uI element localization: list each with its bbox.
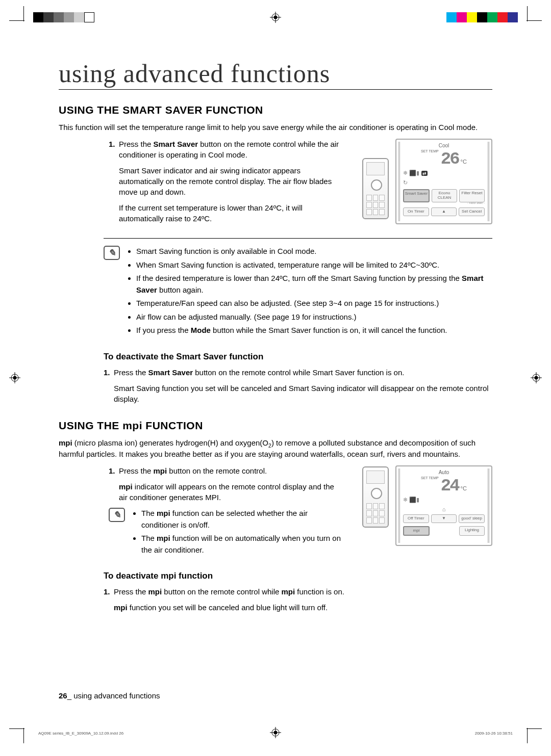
crop-mark — [19, 10, 35, 25]
lcd-btn-econo: Econo CLEAN — [432, 189, 457, 202]
lcd-btn-off-timer: Off Timer — [403, 514, 429, 523]
crop-mark — [19, 724, 35, 739]
mpi-intro: mpi (micro plasma ion) generates hydroge… — [59, 438, 492, 459]
registration-mark-right — [531, 372, 542, 383]
deactivate-smart-saver-heading: To deactivate the Smart Saver function — [104, 352, 492, 362]
divider — [104, 238, 492, 239]
note-item: Temperature/Fan speed can also be adjust… — [136, 298, 492, 309]
mpi-step-1: 1. Press the mpi button on the remote co… — [109, 465, 342, 503]
lcd-mode: Cool — [403, 143, 485, 148]
lcd-mode: Auto — [403, 470, 485, 475]
section-heading-mpi: USING THE mpi FUNCTION — [59, 420, 492, 432]
lcd-btn-lighting: Lighting — [459, 526, 485, 536]
lcd-btn-set: Set Cancel — [459, 207, 485, 216]
smart-saver-result-1: Smart Saver indicator and air swing indi… — [119, 165, 342, 197]
deactivate-result: Smart Saving function you set will be ca… — [114, 383, 492, 404]
note-item: If the desired temperature is lower than… — [136, 273, 492, 296]
lcd-btn-up: ▲ — [431, 207, 457, 216]
lcd-icons: ❄ ⬛▮ ⇄ — [403, 170, 485, 176]
page-title: using advanced functions — [59, 59, 492, 90]
page-number: 26 — [59, 691, 67, 700]
remote-mini-icon — [362, 466, 389, 528]
lcd-temp-value: 24 — [441, 476, 459, 496]
note-item: Air flow can be adjusted manually. (See … — [136, 311, 492, 323]
smart-saver-notes: ✎ Smart Saving function is only availabl… — [104, 246, 492, 338]
deactivate-mpi-step-1: 1. Press the mpi button on the remote co… — [104, 586, 492, 613]
crop-mark — [516, 724, 532, 739]
page-footer: 26_ using advanced functions — [59, 691, 160, 700]
note-item: When Smart Saving function is activated,… — [136, 259, 492, 271]
note-item: If you press the Mode button while the S… — [136, 325, 492, 336]
smart-saver-intro: This function will set the temperature r… — [59, 122, 492, 133]
colorbar-gray — [33, 12, 94, 22]
registration-mark-top — [270, 12, 281, 23]
remote-mini-icon — [362, 158, 389, 219]
section-heading-smart-saver: USING THE SMART SAVER FUNCTION — [59, 104, 492, 116]
lcd-cool: Cool SET TEMP 26 °C ❄ ⬛▮ ⇄ ↻ Smart Saver… — [395, 139, 492, 224]
deactivate-mpi-result: mpi function you set will be canceled an… — [114, 602, 492, 613]
lcd-btn-down: ▼ — [431, 514, 457, 523]
smart-saver-step-1: 1. Press the Smart Saver button on the r… — [109, 139, 342, 224]
mpi-note-2: The mpi function will be on automaticall… — [141, 533, 342, 556]
meta-timestamp: 2009-10-26 10:38:51 — [475, 731, 513, 736]
lcd-btn-mpi: mpi — [403, 526, 430, 536]
lcd-auto: Auto SET TEMP 24 °C ❄ ⬛▮ ⌂ Off Timer ▼ g… — [395, 465, 492, 546]
registration-mark-left — [9, 372, 20, 383]
note-icon: ✎ — [104, 246, 120, 260]
note-item: Smart Saving function is only available … — [136, 246, 492, 257]
mpi-result: mpi indicator will appears on the remote… — [119, 481, 342, 503]
page-content: using advanced functions USING THE SMART… — [0, 0, 551, 648]
footer-text: _ using advanced functions — [67, 691, 160, 700]
lcd-btn-good-sleep: good' sleep — [459, 514, 485, 523]
colorbar-cmyk — [446, 12, 518, 22]
crop-mark — [516, 10, 532, 25]
lcd-unit: °C — [461, 159, 467, 165]
smart-saver-result-2: If the current set temperature is lower … — [119, 202, 342, 224]
lcd-btn-on-timer: On Timer — [403, 207, 429, 216]
lcd-btn-filter: Filter Reset — [459, 189, 485, 202]
note-icon: ✎ — [109, 508, 125, 522]
registration-mark-bottom — [270, 727, 281, 738]
lcd-btn-smart-saver: Smart Saver — [403, 189, 430, 202]
lcd-temp-value: 26 — [441, 149, 459, 169]
remote-figure-cool: Cool SET TEMP 26 °C ❄ ⬛▮ ⇄ ↻ Smart Saver… — [362, 139, 492, 225]
remote-figure-auto: Auto SET TEMP 24 °C ❄ ⬛▮ ⌂ Off Timer ▼ g… — [362, 465, 492, 547]
lcd-set-temp-label: SET TEMP — [421, 149, 439, 153]
meta-filename: AQ09E series_IB_E_30909A_10.12.09.indd 2… — [38, 731, 123, 736]
deactivate-mpi-heading: To deactivate mpi function — [104, 571, 492, 581]
mpi-note-1: The mpi function can be selected whether… — [141, 508, 342, 531]
deactivate-step-1: 1. Press the Smart Saver button on the r… — [104, 367, 492, 404]
